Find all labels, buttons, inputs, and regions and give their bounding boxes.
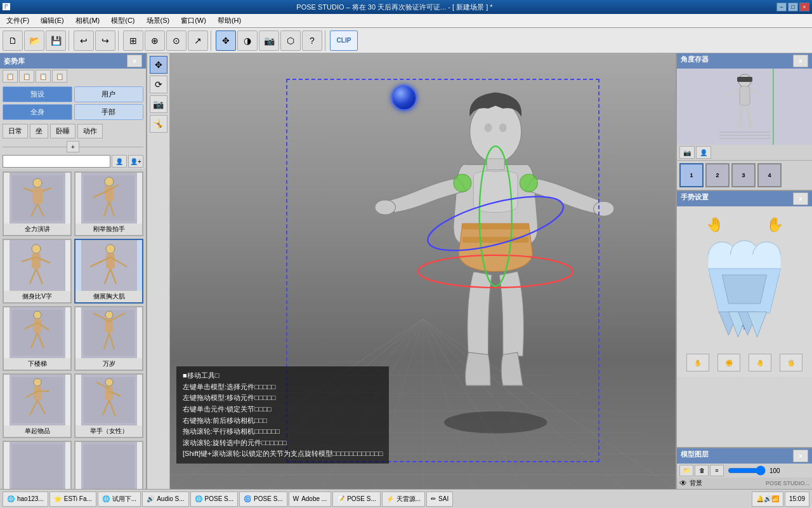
pose-item[interactable] bbox=[74, 441, 143, 489]
pose-lib-close[interactable]: × bbox=[127, 55, 142, 67]
menu-model[interactable]: 模型(C) bbox=[106, 15, 140, 27]
pose-item[interactable]: 侧身比V字 bbox=[3, 239, 72, 304]
pose-item[interactable]: 万岁 bbox=[74, 306, 143, 371]
open-button[interactable]: 📂 bbox=[24, 30, 44, 51]
sep2 bbox=[118, 30, 121, 51]
subcat-daily[interactable]: 日常 bbox=[3, 124, 28, 138]
pose-thumbnail bbox=[10, 240, 65, 291]
pose-search-input[interactable] bbox=[3, 155, 110, 168]
pose-item[interactable]: 刚举脸拍手 bbox=[74, 171, 143, 236]
add-pose-button[interactable]: + bbox=[67, 141, 79, 152]
pose-search-add-btn[interactable]: 👤+ bbox=[128, 155, 143, 168]
layer-menu-btn[interactable]: ≡ bbox=[710, 465, 724, 476]
save-button[interactable]: 💾 bbox=[46, 30, 66, 51]
pose-lib-icon4[interactable]: 📋 bbox=[52, 70, 67, 83]
right-hand-icon[interactable]: 🤚 bbox=[763, 211, 786, 234]
svg-rect-58 bbox=[84, 444, 134, 489]
status-thunder[interactable]: ⚡ 天雷源... bbox=[382, 491, 425, 507]
pose-lib-icon2[interactable]: 📋 bbox=[19, 70, 34, 83]
status-adobe[interactable]: W Adobe ... bbox=[289, 491, 331, 507]
status-poses[interactable]: 🌐 POSE S... bbox=[190, 491, 239, 507]
status-esti[interactable]: ⭐ ESTi Fa... bbox=[49, 491, 96, 507]
angle-panel-close[interactable]: × bbox=[793, 55, 808, 67]
move-tool-button[interactable]: ✥ bbox=[216, 30, 236, 51]
svg-line-89 bbox=[322, 319, 422, 489]
layer-eye-icon[interactable]: 👁 bbox=[679, 479, 687, 488]
redo-button[interactable]: ↪ bbox=[95, 30, 115, 51]
pose-item[interactable]: 举手（女性） bbox=[74, 373, 143, 438]
close-button[interactable]: × bbox=[799, 3, 809, 11]
new-button[interactable]: 🗋 bbox=[3, 30, 23, 51]
person-button[interactable]: 👤 bbox=[696, 146, 711, 159]
rotate-tool-button[interactable]: ◑ bbox=[237, 30, 258, 51]
layer-add-btn[interactable]: 📁 bbox=[679, 465, 693, 476]
pose-lib-icon1[interactable]: 📋 bbox=[3, 70, 18, 83]
camera-vert[interactable]: 📷 bbox=[150, 95, 167, 113]
svg-point-97 bbox=[444, 411, 547, 434]
pose-item[interactable] bbox=[3, 441, 72, 489]
minimize-button[interactable]: − bbox=[776, 3, 787, 11]
menu-scene[interactable]: 场景(S) bbox=[141, 15, 175, 27]
status-sai[interactable]: ✏ SAI bbox=[426, 491, 453, 507]
svg-line-96 bbox=[423, 319, 676, 489]
status-audio[interactable]: 🔊 Audio S... bbox=[142, 491, 188, 507]
svg-line-87 bbox=[221, 319, 423, 489]
menu-window[interactable]: 窗口(W) bbox=[176, 15, 211, 27]
hand-preset-3[interactable]: 🤚 bbox=[749, 354, 771, 371]
angle-thumb-4[interactable]: 4 bbox=[757, 163, 782, 187]
rotate-view-vert[interactable]: ⟳ bbox=[150, 76, 167, 93]
svg-line-118 bbox=[747, 105, 751, 129]
pose-item[interactable]: 全力演讲 bbox=[3, 171, 72, 236]
viewport-content[interactable]: ■移动工具□ 左键单击模型:选择元件□□□□□ 左键拖动模型:移动元件□□□□□… bbox=[170, 53, 676, 489]
selected-sphere[interactable] bbox=[391, 85, 417, 110]
subcat-action[interactable]: 动作 bbox=[77, 124, 103, 138]
cat-fullbody[interactable]: 全身 bbox=[3, 104, 72, 120]
pose-search-user-btn[interactable]: 👤 bbox=[112, 155, 127, 168]
status-internet[interactable]: 🌐 hao123... bbox=[3, 491, 48, 507]
hand-preset-4[interactable]: 🖐 bbox=[780, 354, 802, 371]
menu-edit[interactable]: 编辑(E) bbox=[36, 15, 69, 27]
sep3 bbox=[211, 30, 213, 51]
clip-button[interactable]: CLIP bbox=[330, 30, 358, 51]
menu-camera[interactable]: 相机(M) bbox=[70, 15, 105, 27]
status-pose2[interactable]: 🌀 POSE S... bbox=[239, 491, 287, 507]
pose-item[interactable]: 侧展胸大肌 bbox=[74, 239, 143, 304]
layer-opacity-slider[interactable] bbox=[728, 465, 766, 476]
cat-user[interactable]: 用户 bbox=[74, 86, 144, 102]
pose-item[interactable]: 单起物品 bbox=[3, 373, 72, 438]
angle-thumb-1[interactable]: 1 bbox=[679, 163, 704, 187]
tool-select[interactable]: ⊞ bbox=[123, 30, 143, 51]
status-note[interactable]: 📝 POSE S... bbox=[332, 491, 381, 507]
hand-preset-2[interactable]: ✊ bbox=[717, 354, 740, 371]
menu-help[interactable]: 帮助(H) bbox=[213, 15, 246, 27]
tool-arrow[interactable]: ↗ bbox=[188, 30, 208, 51]
cat-preset[interactable]: 预设 bbox=[3, 86, 72, 102]
pose-lib-icon3[interactable]: 📋 bbox=[36, 70, 51, 83]
move-tool-vert[interactable]: ✥ bbox=[150, 56, 167, 74]
subcat-sleep[interactable]: 卧睡 bbox=[50, 124, 75, 138]
layer-delete-btn[interactable]: 🗑 bbox=[695, 465, 709, 476]
tool-circle[interactable]: ⊙ bbox=[166, 30, 187, 51]
menu-file[interactable]: 文件(F) bbox=[1, 15, 34, 27]
svg-point-106 bbox=[593, 201, 613, 216]
viewport[interactable]: 旋转 透视 bbox=[170, 53, 676, 489]
camera-tool-button[interactable]: 📷 bbox=[259, 30, 279, 51]
undo-button[interactable]: ↩ bbox=[74, 30, 94, 51]
angle-thumb-2[interactable]: 2 bbox=[705, 163, 730, 187]
subcat-sit[interactable]: 坐 bbox=[30, 124, 48, 138]
hex-tool-button[interactable]: ⬡ bbox=[280, 30, 301, 51]
layer-panel-close[interactable]: × bbox=[793, 450, 808, 462]
capture-button[interactable]: 📷 bbox=[679, 146, 695, 159]
hand-panel-close[interactable]: × bbox=[793, 192, 808, 205]
left-hand-icon[interactable]: 🤚 bbox=[703, 211, 726, 234]
tool-add[interactable]: ⊕ bbox=[145, 30, 165, 51]
status-trial[interactable]: 🌐 试用下... bbox=[98, 491, 141, 507]
svg-line-94 bbox=[423, 319, 575, 489]
pose-vert[interactable]: 🤸 bbox=[150, 115, 167, 133]
pose-item[interactable]: 下楼梯 bbox=[3, 306, 72, 371]
hand-preset-1[interactable]: ✋ bbox=[686, 354, 709, 371]
maximize-button[interactable]: □ bbox=[788, 3, 798, 11]
cat-hand[interactable]: 手部 bbox=[74, 104, 144, 120]
angle-thumb-3[interactable]: 3 bbox=[731, 163, 756, 187]
help-button[interactable]: ? bbox=[302, 30, 322, 51]
